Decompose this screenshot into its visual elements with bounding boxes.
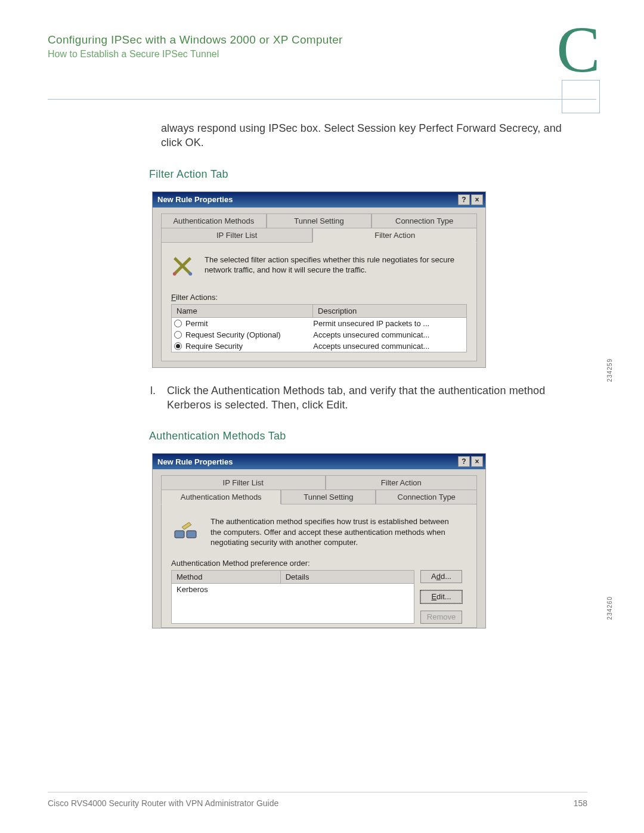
tab-authentication-methods[interactable]: Authentication Methods (161, 213, 267, 228)
tab-connection-type[interactable]: Connection Type (371, 213, 477, 228)
radio-icon[interactable] (174, 320, 182, 327)
panel-description: The authentication method specifies how … (210, 516, 461, 548)
page-footer: Cisco RVS4000 Security Router with VPN A… (48, 792, 587, 808)
svg-point-2 (173, 272, 177, 275)
figure-id: 234259 (606, 358, 613, 382)
header-divider (48, 99, 596, 100)
column-details: Details (281, 571, 414, 584)
filter-action-row[interactable]: Request Security (Optional) Accepts unse… (172, 329, 466, 340)
appendix-box (562, 80, 600, 113)
screenshot-new-rule-filter-action: New Rule Properties ? × Authentication M… (152, 191, 486, 368)
tab-tunnel-setting[interactable]: Tunnel Setting (281, 490, 376, 504)
tab-ip-filter-list[interactable]: IP Filter List (161, 475, 326, 490)
window-title: New Rule Properties (157, 195, 233, 204)
auth-method-icon (171, 516, 200, 545)
tab-authentication-methods[interactable]: Authentication Methods (161, 490, 281, 504)
panel-description: The selected filter action specifies whe… (205, 255, 455, 277)
help-button[interactable]: ? (458, 456, 470, 467)
radio-icon[interactable] (174, 331, 182, 339)
screenshot-new-rule-auth-methods: New Rule Properties ? × IP Filter List F… (152, 453, 486, 628)
tab-ip-filter-list[interactable]: IP Filter List (161, 228, 312, 242)
svg-rect-4 (175, 531, 184, 538)
tab-filter-action[interactable]: Filter Action (326, 475, 477, 490)
figure-filter-action: New Rule Properties ? × Authentication M… (152, 191, 596, 368)
header-subtitle: How to Establish a Secure IPSec Tunnel (48, 49, 596, 60)
window-titlebar: New Rule Properties ? × (153, 192, 485, 208)
window-title: New Rule Properties (157, 457, 233, 466)
close-button[interactable]: × (471, 456, 483, 467)
svg-point-3 (188, 272, 192, 275)
close-button[interactable]: × (471, 194, 483, 205)
filter-action-row[interactable]: Permit Permit unsecured IP packets to ..… (172, 318, 466, 329)
tab-filter-action[interactable]: Filter Action (312, 228, 477, 243)
page-number: 158 (574, 798, 587, 808)
filter-actions-list[interactable]: Name Description Permit Permit unsecured… (171, 304, 467, 352)
radio-icon[interactable] (174, 342, 182, 350)
column-method: Method (172, 571, 281, 584)
window-titlebar: New Rule Properties ? × (153, 454, 485, 469)
header-title: Configuring IPSec with a Windows 2000 or… (48, 33, 596, 47)
step-text: Click the Authentication Methods tab, an… (167, 383, 578, 413)
svg-rect-5 (187, 531, 196, 538)
figure-id: 234260 (606, 596, 613, 620)
figure-auth-methods: New Rule Properties ? × IP Filter List F… (152, 453, 596, 628)
filter-actions-label: FFilter Actions:ilter Actions: (171, 293, 467, 302)
auth-method-table[interactable]: Method Details Kerberos (171, 570, 414, 624)
filter-action-icon (171, 255, 194, 277)
column-description: Description (313, 305, 466, 318)
auth-method-row[interactable]: Kerberos (172, 584, 414, 595)
edit-button[interactable]: Edit... (420, 590, 462, 603)
filter-action-row[interactable]: Require Security Accepts unsecured commu… (172, 340, 466, 352)
column-name: Name (172, 305, 313, 318)
add-button[interactable]: Add... (420, 570, 462, 583)
tab-tunnel-setting[interactable]: Tunnel Setting (267, 213, 372, 228)
list-marker: l. (150, 383, 167, 413)
footer-title: Cisco RVS4000 Security Router with VPN A… (48, 798, 278, 808)
auth-method-order-label: Authentication Method preference order: (171, 559, 467, 568)
section-title-filter-action: Filter Action Tab (149, 168, 596, 181)
tab-connection-type[interactable]: Connection Type (376, 490, 477, 504)
section-title-auth-methods: Authentication Methods Tab (149, 430, 596, 442)
page-header: Configuring IPSec with a Windows 2000 or… (48, 33, 596, 81)
help-button[interactable]: ? (458, 194, 470, 205)
remove-button: Remove (420, 611, 462, 624)
appendix-letter: C (543, 23, 614, 88)
intro-paragraph: always respond using IPSec box. Select S… (161, 121, 578, 150)
